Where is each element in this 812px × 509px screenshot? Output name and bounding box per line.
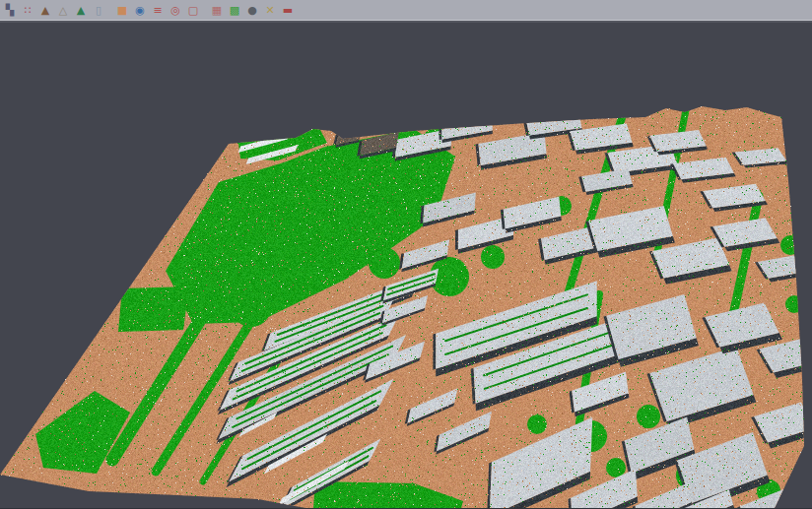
settings-gear-icon[interactable]: ◎ bbox=[169, 3, 183, 18]
grid-cells-icon[interactable]: ▦ bbox=[210, 3, 225, 18]
orthophoto-icon[interactable]: ■ bbox=[115, 3, 130, 18]
clear-scene-icon[interactable]: ✕ bbox=[263, 3, 278, 18]
main-toolbar: ▚∷▲△▲▯■◉≡◎▢▦▩●✕▬ bbox=[0, 0, 812, 21]
toolbar-group-separator bbox=[107, 3, 113, 18]
globe-view-icon[interactable]: ◉ bbox=[133, 3, 148, 18]
viewport-3d-canvas[interactable] bbox=[0, 23, 812, 508]
crop-region-icon[interactable]: ▢ bbox=[186, 3, 201, 18]
open-project-icon[interactable]: ▚ bbox=[3, 3, 18, 18]
layer-stack-icon[interactable]: ≡ bbox=[151, 3, 166, 18]
point-cloud-icon[interactable]: ∷ bbox=[21, 3, 35, 18]
classification-raster-icon[interactable]: ▩ bbox=[228, 3, 242, 18]
app-window: ▚∷▲△▲▯■◉≡◎▢▦▩●✕▬ bbox=[0, 0, 812, 509]
color-bars-icon[interactable]: ▬ bbox=[281, 3, 296, 18]
sphere-render-icon[interactable]: ● bbox=[245, 3, 260, 18]
dem-terrain-icon[interactable]: ▲ bbox=[38, 3, 53, 18]
terrain-color-icon[interactable]: ▲ bbox=[74, 3, 89, 18]
profile-panel-icon[interactable]: ▯ bbox=[92, 3, 106, 18]
mesh-surface-icon[interactable]: △ bbox=[56, 3, 71, 18]
toolbar-group-separator bbox=[202, 3, 208, 18]
